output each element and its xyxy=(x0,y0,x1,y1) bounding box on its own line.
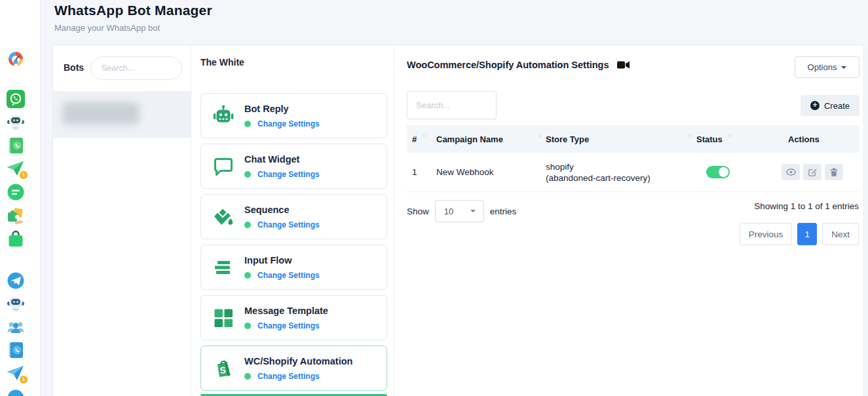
status-dot xyxy=(244,272,251,279)
telegram-group-icon[interactable] xyxy=(6,317,26,337)
feature-label: Sequence xyxy=(244,205,290,215)
create-button-label: Create xyxy=(824,101,850,111)
pagination: Previous 1 Next xyxy=(740,223,859,245)
delete-button[interactable] xyxy=(825,164,843,180)
status-dot xyxy=(244,171,251,178)
telegram-contacts-icon[interactable] xyxy=(6,340,26,360)
feature-label: WC/Shopify Automation xyxy=(244,356,352,366)
feature-label: Chat Widget xyxy=(244,154,299,165)
video-tutorial-icon[interactable] xyxy=(617,60,630,69)
bots-panel-header: Bots xyxy=(53,45,191,92)
telegram-bot-icon[interactable] xyxy=(6,294,26,313)
feature-label: Input Flow xyxy=(244,255,292,266)
feature-card-input-flow[interactable]: Input Flow Change Settings xyxy=(200,245,387,290)
next-page-button[interactable]: Next xyxy=(822,223,859,245)
telegram-chat-icon[interactable] xyxy=(6,388,26,396)
whatsapp-icon[interactable] xyxy=(6,89,26,109)
feature-card-wc-shopify-automation[interactable]: S WC/Shopify Automation Change Settings xyxy=(200,346,387,391)
feature-card-message-template[interactable]: Message Template Change Settings xyxy=(200,295,387,340)
bots-panel: Bots xyxy=(53,45,191,396)
change-settings-link[interactable]: Change Settings xyxy=(257,119,320,129)
change-settings-link[interactable]: Change Settings xyxy=(257,271,320,280)
status-dot xyxy=(244,222,251,228)
row-number-cell: 1 xyxy=(407,167,435,177)
eye-icon xyxy=(786,168,796,176)
actions-cell xyxy=(780,164,859,180)
app-sidebar: 1 xyxy=(0,0,41,396)
chat-widget-icon xyxy=(212,155,235,178)
column-header-store-type[interactable]: Store Type↑↓ xyxy=(544,125,695,153)
store-type-cell: shopify (abandoned-cart-recovery) xyxy=(544,161,695,184)
bots-search-input[interactable] xyxy=(90,56,182,80)
notification-badge: 1 xyxy=(19,375,28,384)
bot-list-item-selected[interactable] xyxy=(53,92,191,138)
sequence-icon xyxy=(212,205,235,229)
bot-reply-icon xyxy=(212,104,235,128)
options-button-label: Options xyxy=(808,62,837,72)
sort-icon[interactable]: ↑↓ xyxy=(688,132,691,138)
telegram-icon[interactable] xyxy=(6,271,26,290)
bot-name-redacted xyxy=(63,102,139,125)
entries-summary: Showing 1 to 1 of 1 entries xyxy=(754,201,859,211)
create-button[interactable]: + Create xyxy=(801,95,859,116)
options-button[interactable]: Options xyxy=(795,56,859,78)
page-title: WhatsApp Bot Manager xyxy=(54,3,212,18)
input-flow-icon xyxy=(212,256,235,279)
campaign-name-cell: New Webhook xyxy=(435,167,544,177)
svg-text:S: S xyxy=(219,365,227,376)
change-settings-link[interactable]: Change Settings xyxy=(257,220,320,229)
column-header-number[interactable]: #↑↓ xyxy=(407,125,435,153)
bot-manager-card: Bots The White B xyxy=(52,45,864,396)
status-dot xyxy=(244,121,251,127)
feature-card-chat-widget[interactable]: Chat Widget Change Settings xyxy=(200,144,387,189)
status-dot xyxy=(244,373,251,380)
column-header-campaign-name[interactable]: Campaign Name↑↓ xyxy=(435,125,544,153)
trash-icon xyxy=(830,168,838,176)
whatsapp-contacts-icon[interactable] xyxy=(6,136,26,155)
bot-features-panel: The White Bot Reply Change Se xyxy=(191,45,394,396)
feature-card-bot-reply[interactable]: Bot Reply Change Settings xyxy=(200,93,387,138)
plus-icon: + xyxy=(810,101,820,110)
edit-button[interactable] xyxy=(803,164,821,180)
message-template-icon xyxy=(212,306,235,330)
whatsapp-store-icon[interactable] xyxy=(6,229,26,248)
whatsapp-chat-icon[interactable] xyxy=(6,182,26,202)
feature-label: Bot Reply xyxy=(244,104,289,114)
whatsapp-integration-icon[interactable] xyxy=(6,205,26,225)
status-cell xyxy=(695,166,780,178)
sort-icon[interactable]: ↑↓ xyxy=(537,132,540,138)
whatsapp-campaign-icon[interactable]: 1 xyxy=(6,159,26,178)
change-settings-link[interactable]: Change Settings xyxy=(257,321,320,330)
previous-page-button[interactable]: Previous xyxy=(740,223,793,245)
campaign-search-input[interactable] xyxy=(407,91,497,119)
change-settings-link[interactable]: Change Settings xyxy=(257,372,320,381)
page-size-group: Show 10 entries xyxy=(407,200,516,222)
automation-table: #↑↓ Campaign Name↑↓ Store Type↑↓ Status↑… xyxy=(407,125,859,192)
shopify-icon: S xyxy=(212,357,235,380)
panel-title: WooCommerce/Shopify Automation Settings xyxy=(407,60,609,70)
bot-name-title: The White xyxy=(200,57,244,68)
entries-label: entries xyxy=(490,207,517,216)
table-row: 1 New Webhook shopify (abandoned-cart-re… xyxy=(407,153,859,192)
view-button[interactable] xyxy=(782,164,800,180)
column-header-actions: Actions xyxy=(780,125,859,153)
bots-panel-title: Bots xyxy=(64,62,84,73)
page-1-button[interactable]: 1 xyxy=(797,223,817,245)
notification-badge: 1 xyxy=(19,170,28,180)
page-size-select[interactable]: 10 xyxy=(435,200,484,222)
page-header: WhatsApp Bot Manager Manage your WhatsAp… xyxy=(54,3,212,33)
chevron-down-icon xyxy=(841,66,846,69)
change-settings-link[interactable]: Change Settings xyxy=(257,170,320,179)
whatsapp-bot-icon[interactable] xyxy=(6,112,26,132)
status-toggle-on[interactable] xyxy=(706,166,730,178)
column-header-status[interactable]: Status↑↓ xyxy=(695,125,780,153)
table-header-row: #↑↓ Campaign Name↑↓ Store Type↑↓ Status↑… xyxy=(407,125,859,153)
dashboard-gauge-icon[interactable] xyxy=(6,49,26,69)
page-subtitle: Manage your WhatsApp bot xyxy=(54,23,212,33)
feature-card-sequence[interactable]: Sequence Change Settings xyxy=(200,194,387,239)
edit-icon xyxy=(808,168,817,176)
sort-icon[interactable]: ↑↓ xyxy=(422,132,425,138)
telegram-campaign-icon[interactable]: 1 xyxy=(6,363,26,383)
status-dot xyxy=(244,323,251,329)
sort-icon[interactable]: ↑↓ xyxy=(728,132,731,138)
